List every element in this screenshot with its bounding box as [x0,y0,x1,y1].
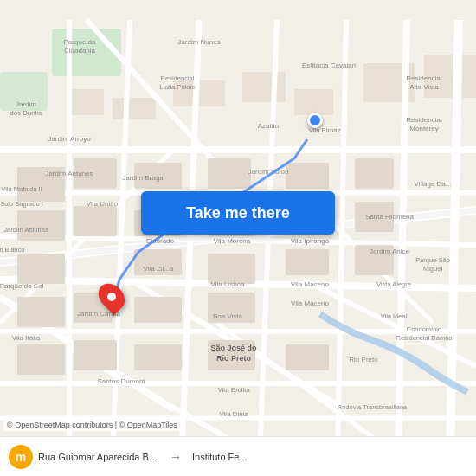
svg-text:Parque São: Parque São [415,256,450,264]
svg-rect-56 [74,340,117,370]
svg-text:Santos Dumont: Santos Dumont [97,377,145,385]
svg-text:Vila Zil...a: Vila Zil...a [144,265,175,273]
svg-text:Vila Maceno: Vila Maceno [291,280,329,288]
svg-text:Jardim: Jardim [16,100,36,108]
svg-text:Solo Sagrado I: Solo Sagrado I [0,200,43,208]
svg-rect-6 [242,72,286,102]
svg-text:Vila Moreira: Vila Moreira [214,237,251,245]
svg-text:Vila Lisboa: Vila Lisboa [211,280,246,288]
svg-rect-53 [134,297,182,323]
svg-rect-3 [69,89,104,115]
svg-text:Village Da...: Village Da... [415,180,452,188]
svg-rect-55 [17,344,65,375]
svg-text:im Bianco: im Bianco [0,246,24,254]
take-me-there-button[interactable]: Take me there [141,191,335,235]
svg-text:Vila Diniz: Vila Diniz [219,410,248,418]
svg-rect-57 [134,344,182,370]
svg-text:Vila Ercilia: Vila Ercilia [217,386,250,394]
bottom-bar-left: m Rua Guiomar Aparecida Brugnoli Da ... … [9,445,248,469]
svg-text:Parque do Sol: Parque do Sol [0,282,44,290]
svg-text:Jardim Nunes: Jardim Nunes [177,38,220,46]
svg-text:Azulão: Azulão [258,122,280,130]
svg-text:Rio Preto: Rio Preto [216,354,252,363]
svg-rect-39 [355,158,394,189]
svg-rect-4 [113,98,156,119]
svg-rect-59 [286,344,329,370]
svg-text:Condomínio: Condomínio [407,325,441,333]
svg-text:Jardim Antunes: Jardim Antunes [45,170,93,177]
destination-marker [100,282,123,312]
svg-text:Vila Ideal: Vila Ideal [381,312,408,320]
app-container: Parque da Cidadania Jardim Nunes Estânci… [0,0,476,476]
svg-text:Jardim Braga: Jardim Braga [122,174,164,182]
svg-text:Cidadania: Cidadania [64,47,96,55]
svg-text:Vila Ipiranga: Vila Ipiranga [291,237,330,245]
svg-text:Luzia Poloto: Luzia Poloto [159,83,195,91]
bottom-bar: m Rua Guiomar Aparecida Brugnoli Da ... … [0,436,476,476]
route-to: Instituto Fe... [192,452,248,462]
svg-text:Vila Itália: Vila Itália [12,334,41,342]
map-svg: Parque da Cidadania Jardim Nunes Estânci… [0,0,476,476]
svg-rect-7 [294,89,333,115]
svg-text:Jardim Asturias: Jardim Asturias [3,226,48,234]
map-background: Parque da Cidadania Jardim Nunes Estânci… [0,0,476,476]
svg-text:Santa Filomena: Santa Filomena [365,213,415,221]
svg-text:Parque da: Parque da [64,38,96,46]
svg-rect-37 [208,158,251,189]
moovit-logo: m [9,445,33,469]
route-arrow-icon: → [170,450,182,464]
svg-rect-48 [208,254,255,284]
svg-text:Rodovia Transbrasiliana: Rodovia Transbrasiliana [338,403,408,411]
svg-rect-46 [17,254,65,284]
moovit-logo-icon: m [9,445,33,469]
svg-text:Miguel: Miguel [423,265,442,273]
svg-rect-51 [17,297,65,327]
svg-text:Vila Maceno: Vila Maceno [291,299,329,307]
svg-text:Residencial: Residencial [406,116,442,124]
svg-text:Residencial: Residencial [161,74,195,82]
svg-rect-38 [286,163,329,189]
svg-text:dos Buritis: dos Buritis [10,109,42,117]
svg-text:Monterey: Monterey [409,125,438,132]
map-attribution: © OpenStreetMap contributors | © OpenMap… [3,419,181,431]
svg-rect-49 [286,249,329,275]
svg-text:Boa Vista: Boa Vista [213,312,243,320]
svg-text:Vila Mafalda II: Vila Mafalda II [1,185,42,193]
svg-text:Jardim Arroyo: Jardim Arroyo [48,135,91,143]
route-from: Rua Guiomar Aparecida Brugnoli Da ... [38,452,159,462]
svg-text:Residencial: Residencial [406,74,442,82]
svg-text:Residencial Damha: Residencial Damha [396,334,453,342]
svg-text:Estância Cavalari: Estância Cavalari [302,61,356,69]
svg-text:Alta Vista: Alta Vista [409,83,439,91]
dest-pin-inner [107,293,116,301]
svg-text:Vista Alegre: Vista Alegre [376,280,411,288]
svg-text:Vila União: Vila União [87,200,119,208]
svg-text:Jardim Anice: Jardim Anice [370,248,409,255]
start-marker [307,113,323,128]
svg-text:Rio Preto: Rio Preto [349,356,378,363]
svg-rect-41 [74,206,117,236]
svg-text:São José do: São José do [210,344,257,352]
